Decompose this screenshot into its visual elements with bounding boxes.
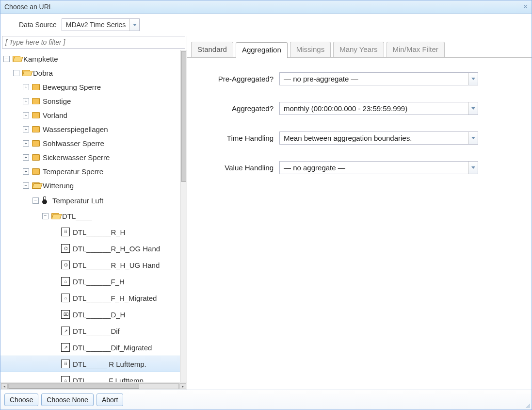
folder-open-icon (13, 56, 20, 62)
aggregated-select[interactable]: monthly (00:00:00.000 - 23:59:59.999) (279, 102, 478, 115)
tree-node-dtl-folder[interactable]: − DTL____ (0, 208, 180, 224)
tree-leaf[interactable]: ↗DTL______Dif (0, 323, 180, 339)
tree-node[interactable]: +Sickerwasser Sperre (0, 150, 180, 164)
dropdown-button[interactable] (468, 73, 478, 85)
thermometer-icon (42, 197, 47, 204)
tree-node[interactable]: +Sohlwasser Sperre (0, 136, 180, 150)
tree-leaf[interactable]: ⌂DTL_____ F Lufttemp. (0, 372, 180, 382)
folder-closed-icon (32, 112, 40, 118)
timeseries-icon: ↗ (61, 327, 70, 335)
tab-min-max-filter[interactable]: Min/Max Filter (387, 42, 445, 57)
tree-node-temp-luft[interactable]: − Temperatur Luft (0, 193, 180, 208)
tree-node[interactable]: +Sonstige (0, 94, 180, 108)
chevron-down-icon (133, 24, 137, 26)
tree-leaf[interactable]: ⠿DTL______R_H (0, 224, 180, 240)
choose-none-button[interactable]: Choose None (41, 394, 94, 406)
abort-button[interactable]: Abort (97, 394, 123, 406)
tree-leaf[interactable]: ⌧DTL______D_H (0, 306, 180, 323)
folder-closed-icon (32, 168, 40, 175)
folder-closed-icon (32, 154, 40, 161)
timeseries-icon: ↗ (61, 343, 70, 352)
resize-grip-icon[interactable] (524, 402, 530, 408)
dialog-title: Choose an URL (4, 3, 53, 11)
scroll-right-icon[interactable]: ▸ (179, 383, 186, 389)
timeseries-icon: ⠿ (61, 360, 70, 368)
folder-closed-icon (32, 126, 40, 132)
tree-leaf[interactable]: ⌂DTL______F_H (0, 273, 180, 290)
footer: Choose Choose None Abort (0, 390, 532, 410)
expand-icon[interactable]: + (23, 112, 29, 118)
chevron-down-icon (471, 78, 475, 80)
timeseries-icon: ⌬ (61, 261, 70, 269)
tab-many-years[interactable]: Many Years (333, 42, 384, 57)
horizontal-scrollbar[interactable]: ◂ ▸ (0, 382, 187, 390)
dropdown-button[interactable] (468, 162, 478, 174)
chevron-down-icon (471, 137, 475, 139)
timeseries-icon: ⌂ (61, 294, 70, 302)
tree-leaf[interactable]: ⌬DTL______R_H_UG Hand (0, 257, 180, 273)
tree-node[interactable]: +Vorland (0, 108, 180, 122)
collapse-icon[interactable]: − (3, 56, 10, 62)
collapse-icon[interactable]: − (42, 213, 48, 219)
data-source-row: Data Source MDAv2 Time Series (0, 14, 532, 36)
tree-leaf[interactable]: ⠿DTL_____ R Lufttemp. (0, 356, 180, 372)
collapse-icon[interactable]: − (13, 70, 19, 76)
value-handling-select[interactable]: — no aggregate — (279, 161, 478, 174)
expand-icon[interactable]: + (23, 168, 29, 175)
right-pane: StandardAggregationMissingsMany YearsMin… (187, 36, 532, 390)
aggregated-label: Aggregated? (197, 104, 279, 113)
tree-node[interactable]: +Bewegung Sperre (0, 80, 180, 94)
tree-node[interactable]: +Temperatur Sperre (0, 164, 180, 179)
data-source-select[interactable]: MDAv2 Time Series (62, 18, 140, 31)
scroll-left-icon[interactable]: ◂ (1, 383, 8, 389)
timeseries-icon: ⌂ (61, 376, 70, 382)
tab-panel-aggregation: Pre-Aggregated? — no pre-aggregate — Agg… (187, 57, 532, 390)
tree-leaf[interactable]: ↗DTL______Dif_Migrated (0, 339, 180, 356)
pre-aggregated-label: Pre-Aggregated? (197, 75, 279, 83)
timeseries-icon: ⌧ (61, 310, 70, 319)
vertical-scrollbar[interactable] (180, 50, 187, 382)
dropdown-button[interactable] (468, 132, 478, 144)
expand-icon[interactable]: + (23, 84, 29, 90)
time-handling-label: Time Handling (197, 134, 279, 142)
pre-aggregated-select[interactable]: — no pre-aggregate — (279, 72, 478, 85)
left-pane: − Kampkette − Dobra +Bewegung Sperre+Son… (0, 36, 187, 390)
collapse-icon[interactable]: − (23, 182, 29, 189)
timeseries-icon: ⌂ (61, 277, 70, 286)
title-bar: Choose an URL × (0, 0, 532, 14)
folder-open-icon (51, 213, 59, 219)
time-handling-select[interactable]: Mean between aggregation boundaries. (279, 131, 478, 145)
scrollbar-thumb[interactable] (9, 384, 139, 389)
data-source-value: MDAv2 Time Series (62, 21, 129, 29)
close-icon[interactable]: × (523, 2, 528, 11)
tree-node[interactable]: +Wasserspiegellagen (0, 122, 180, 136)
folder-closed-icon (32, 84, 40, 90)
expand-icon[interactable]: + (23, 140, 29, 147)
folder-closed-icon (32, 98, 40, 104)
data-source-label: Data Source (19, 21, 57, 29)
tab-standard[interactable]: Standard (191, 42, 233, 57)
expand-icon[interactable]: + (23, 154, 29, 161)
tree-node-kampkette[interactable]: − Kampkette (0, 52, 180, 66)
tree-leaf[interactable]: ⌂DTL______F_H_Migrated (0, 290, 180, 306)
dropdown-button[interactable] (129, 19, 139, 31)
tree-node-dobra[interactable]: − Dobra (0, 66, 180, 80)
timeseries-icon: ⠿ (61, 228, 70, 236)
tree-node-witterung[interactable]: − Witterung (0, 179, 180, 193)
collapse-icon[interactable]: − (32, 197, 39, 204)
expand-icon[interactable]: + (23, 98, 29, 104)
dropdown-button[interactable] (468, 102, 478, 115)
tab-missings[interactable]: Missings (290, 42, 331, 57)
filter-input[interactable] (2, 36, 185, 49)
tab-aggregation[interactable]: Aggregation (236, 42, 288, 58)
content-area: − Kampkette − Dobra +Bewegung Sperre+Son… (0, 36, 532, 390)
tree-leaf[interactable]: ⌬DTL______R_H_OG Hand (0, 240, 180, 257)
value-handling-label: Value Handling (197, 164, 279, 172)
tab-strip: StandardAggregationMissingsMany YearsMin… (187, 36, 532, 57)
expand-icon[interactable]: + (23, 126, 29, 132)
folder-open-icon (32, 182, 40, 189)
folder-open-icon (22, 70, 30, 76)
scrollbar-thumb[interactable] (181, 51, 186, 182)
tree-scroll[interactable]: − Kampkette − Dobra +Bewegung Sperre+Son… (0, 50, 180, 382)
choose-button[interactable]: Choose (4, 394, 38, 406)
